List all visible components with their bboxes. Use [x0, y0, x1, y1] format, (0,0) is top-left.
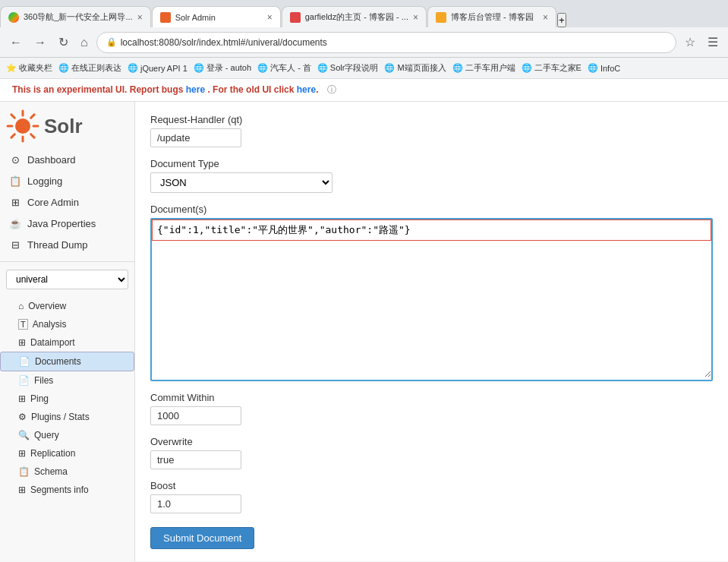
sidebar-item-logging[interactable]: 📋 Logging — [0, 170, 134, 191]
document-type-select[interactable]: JSON XML CSV SOLR — [150, 172, 332, 193]
bookmark-info[interactable]: 🌐 InfoC — [588, 63, 620, 73]
bookmark-used-car2[interactable]: 🌐 二手车之家E — [522, 62, 581, 74]
back-button[interactable]: ← — [6, 34, 26, 51]
sidebar-label-thread-dump: Thread Dump — [27, 239, 87, 251]
sidebar-label-segments-info: Segments info — [30, 485, 89, 495]
ping-icon: ⊞ — [18, 393, 26, 404]
tab-close-boke[interactable]: × — [543, 12, 548, 23]
request-handler-label: Request-Handler (qt) — [150, 114, 713, 125]
tab-favicon-garfield — [290, 12, 301, 23]
sidebar-label-core-admin: Core Admin — [27, 197, 79, 208]
bookmark-regex[interactable]: 🌐 在线正则表达 — [58, 62, 121, 74]
tab-360[interactable]: 360导航_新一代安全上网导... × — [0, 6, 151, 27]
sidebar-label-dashboard: Dashboard — [27, 154, 76, 166]
address-bar[interactable]: 🔒 localhost:8080/solr/index.html#/univer… — [96, 32, 676, 53]
new-tab-button[interactable]: + — [557, 13, 566, 27]
tab-title-360: 360导航_新一代安全上网导... — [24, 11, 133, 23]
sidebar-label-query: Query — [34, 430, 59, 440]
sidebar-item-documents[interactable]: 📄 Documents — [0, 352, 134, 371]
bookmark-m-page[interactable]: 🌐 M端页面接入 — [384, 62, 446, 74]
sidebar-divider — [0, 261, 134, 262]
tab-boke[interactable]: 博客后台管理 - 博客园 × — [427, 6, 556, 27]
info-here-link2[interactable]: here — [297, 84, 316, 95]
commit-within-input[interactable] — [150, 406, 241, 425]
boost-input[interactable] — [150, 494, 241, 513]
overwrite-input[interactable] — [150, 450, 241, 469]
sidebar-label-files: Files — [34, 375, 53, 386]
sidebar-item-dataimport[interactable]: ⊞ Dataimport — [0, 333, 134, 352]
tab-close-360[interactable]: × — [137, 12, 143, 23]
info-icon: ⓘ — [327, 84, 336, 95]
tab-favicon-solr — [160, 12, 171, 23]
sidebar-label-documents: Documents — [35, 356, 81, 367]
core-admin-icon: ⊞ — [9, 196, 21, 208]
java-properties-icon: ☕ — [9, 217, 21, 229]
svg-line-7 — [31, 115, 34, 118]
sidebar-item-java-properties[interactable]: ☕ Java Properties — [0, 213, 134, 234]
bookmark-car[interactable]: 🌐 汽车人 - 首 — [257, 62, 311, 74]
bookmark-favorites[interactable]: ⭐ 收藏夹栏 — [6, 62, 52, 74]
bookmark-solr-field[interactable]: 🌐 Solr字段说明 — [317, 62, 379, 74]
replication-icon: ⊞ — [18, 448, 26, 459]
bookmark-login[interactable]: 🌐 登录 - autoh — [194, 62, 251, 74]
sidebar-item-files[interactable]: 📄 Files — [0, 371, 134, 390]
sidebar-label-replication: Replication — [30, 448, 75, 459]
sidebar-item-thread-dump[interactable]: ⊟ Thread Dump — [0, 234, 134, 255]
tab-favicon-360 — [8, 12, 19, 23]
sidebar-label-logging: Logging — [27, 175, 62, 187]
request-handler-input[interactable] — [150, 128, 241, 147]
svg-point-0 — [15, 118, 30, 134]
sidebar-item-plugins-stats[interactable]: ⚙ Plugins / Stats — [0, 408, 134, 426]
overwrite-group: Overwrite — [150, 436, 713, 469]
reload-button[interactable]: ↻ — [55, 33, 72, 51]
home-button[interactable]: ⌂ — [77, 34, 92, 51]
sidebar-item-ping[interactable]: ⊞ Ping — [0, 390, 134, 408]
documents-group: Document(s) {"id":1,"title":"平凡的世界","aut… — [150, 204, 713, 381]
sidebar-label-analysis: Analysis — [33, 319, 67, 330]
sidebar-item-segments-info[interactable]: ⊞ Segments info — [0, 481, 134, 499]
solr-logo-text: Solr — [44, 115, 83, 138]
sidebar-item-core-admin[interactable]: ⊞ Core Admin — [0, 191, 134, 213]
sidebar-item-schema[interactable]: 📋 Schema — [0, 463, 134, 481]
info-bar: This is an experimental UI. Report bugs … — [0, 79, 728, 102]
boost-group: Boost — [150, 480, 713, 513]
segments-info-icon: ⊞ — [18, 485, 26, 495]
logo-container: Solr — [0, 102, 134, 146]
bookmark-used-car[interactable]: 🌐 二手车用户端 — [452, 62, 515, 74]
dashboard-icon: ⊙ — [9, 153, 21, 166]
solr-logo-icon — [6, 109, 39, 143]
main-content: Request-Handler (qt) Document Type JSON … — [135, 102, 728, 561]
sidebar-item-overview[interactable]: ⌂ Overview — [0, 297, 134, 315]
documents-textarea[interactable] — [152, 241, 711, 377]
collection-select-dropdown[interactable]: univeral collection1 collection2 — [6, 270, 128, 289]
tab-close-garfield[interactable]: × — [413, 12, 418, 23]
menu-button[interactable]: ☰ — [704, 33, 722, 51]
svg-line-8 — [11, 134, 14, 137]
tab-solr[interactable]: Solr Admin × — [152, 6, 281, 27]
sidebar-item-dashboard[interactable]: ⊙ Dashboard — [0, 149, 134, 170]
overview-icon: ⌂ — [18, 301, 24, 311]
sidebar-item-query[interactable]: 🔍 Query — [0, 426, 134, 444]
bookmark-jquery[interactable]: 🌐 jQuery API 1 — [128, 63, 188, 73]
sidebar-label-dataimport: Dataimport — [30, 337, 75, 348]
sidebar-label-schema: Schema — [34, 466, 68, 477]
sidebar-item-analysis[interactable]: T Analysis — [0, 315, 134, 333]
files-icon: 📄 — [18, 375, 30, 386]
bookmark-button[interactable]: ☆ — [681, 33, 699, 51]
tab-title-solr: Solr Admin — [175, 13, 263, 22]
submit-document-button[interactable]: Submit Document — [150, 527, 254, 549]
browser-tabs-bar: 360导航_新一代安全上网导... × Solr Admin × garfiel… — [0, 0, 728, 27]
forward-button[interactable]: → — [30, 34, 50, 51]
sidebar-item-replication[interactable]: ⊞ Replication — [0, 444, 134, 463]
commit-within-label: Commit Within — [150, 392, 713, 403]
tab-title-garfield: garfieldz的主页 - 博客园 - ... — [305, 11, 408, 23]
thread-dump-icon: ⊟ — [9, 238, 21, 251]
tab-favicon-boke — [436, 12, 446, 23]
tab-garfield[interactable]: garfieldz的主页 - 博客园 - ... × — [282, 6, 427, 27]
info-here-link1[interactable]: here — [186, 84, 205, 95]
tab-close-solr[interactable]: × — [267, 12, 273, 23]
query-icon: 🔍 — [18, 430, 30, 440]
browser-toolbar: ← → ↻ ⌂ 🔒 localhost:8080/solr/index.html… — [0, 27, 728, 58]
tab-title-boke: 博客后台管理 - 博客园 — [451, 11, 538, 23]
sidebar-label-ping: Ping — [30, 393, 49, 404]
